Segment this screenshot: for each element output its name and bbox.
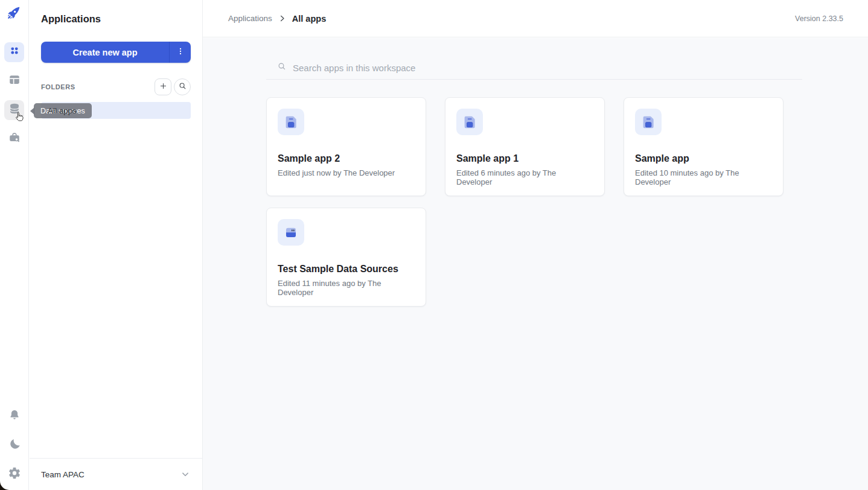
app-card-title: Sample app 2 <box>278 153 415 164</box>
chevron-down-icon[interactable] <box>180 469 191 480</box>
rail-item-theme[interactable] <box>4 436 24 456</box>
search-icon <box>178 81 187 93</box>
folders-label: FOLDERS <box>41 83 75 91</box>
app-card[interactable]: Test Sample Data Sources Edited 11 minut… <box>266 208 426 307</box>
app-icon-tile <box>278 219 304 246</box>
chevron-right-icon <box>278 14 287 23</box>
rocket-logo <box>6 4 22 23</box>
rail-item-notifications[interactable] <box>4 407 24 427</box>
create-new-app-button[interactable]: Create new app <box>41 42 191 63</box>
content-area: Sample app 2 Edited just now by The Deve… <box>203 38 868 490</box>
plus-icon <box>159 81 168 93</box>
breadcrumb-current: All apps <box>292 14 326 24</box>
kebab-icon <box>176 46 185 59</box>
app-card-title: Test Sample Data Sources <box>278 264 415 275</box>
folder-item-label: All apps <box>48 106 77 115</box>
icon-rail <box>0 0 29 490</box>
app-card-meta: Edited just now by The Developer <box>278 168 415 177</box>
app-card[interactable]: Sample app Edited 10 minutes ago by The … <box>624 97 783 196</box>
search-icon <box>277 62 287 74</box>
app-icon <box>283 114 299 130</box>
rail-item-tables[interactable] <box>4 71 24 91</box>
version-label: Version 2.33.5 <box>795 14 843 23</box>
app-card[interactable]: Sample app 2 Edited just now by The Deve… <box>266 97 426 196</box>
app-card[interactable]: Sample app 1 Edited 6 minutes ago by The… <box>445 97 605 196</box>
add-folder-button[interactable] <box>155 78 171 95</box>
create-app-menu-button[interactable] <box>170 42 191 63</box>
app-card-meta: Edited 10 minutes ago by The Developer <box>635 168 772 186</box>
app-icon-tile <box>278 109 304 135</box>
search-folders-button[interactable] <box>174 78 191 95</box>
grid-apps-icon <box>8 44 21 60</box>
app-search-bar[interactable] <box>266 56 802 80</box>
folders-header: FOLDERS <box>41 78 191 95</box>
team-selector[interactable]: Team APAC <box>30 458 202 490</box>
mouse-cursor <box>13 110 25 126</box>
sidebar: Applications Create new app FOLDERS <box>30 0 203 490</box>
sidebar-title: Applications <box>41 13 101 25</box>
rail-item-apps[interactable] <box>4 42 24 62</box>
bell-icon <box>8 409 21 424</box>
breadcrumb-root[interactable]: Applications <box>228 14 272 23</box>
search-input[interactable] <box>293 63 595 73</box>
app-icon-tile <box>635 109 662 135</box>
moon-icon <box>8 438 21 453</box>
table-layout-icon <box>8 73 21 89</box>
app-card-grid: Sample app 2 Edited just now by The Deve… <box>266 97 822 307</box>
app-icon <box>640 114 656 130</box>
team-name: Team APAC <box>41 470 85 479</box>
rail-item-toolbox[interactable] <box>4 129 24 149</box>
screen-corner-artifact <box>0 480 10 490</box>
app-card-meta: Edited 6 minutes ago by The Developer <box>456 168 593 186</box>
app-card-title: Sample app <box>635 153 772 164</box>
app-card-title: Sample app 1 <box>456 153 593 164</box>
app-card-meta: Edited 11 minutes ago by The Developer <box>278 279 415 297</box>
create-new-app-label[interactable]: Create new app <box>41 42 169 63</box>
app-icon-tile <box>456 109 483 135</box>
briefcase-key-icon <box>8 131 21 147</box>
app-logo[interactable] <box>6 0 22 27</box>
data-wallet-icon <box>283 224 299 240</box>
app-icon <box>462 114 477 130</box>
top-bar: Applications All apps Version 2.33.5 <box>203 0 868 37</box>
main-area: Applications All apps Version 2.33.5 <box>203 0 868 490</box>
